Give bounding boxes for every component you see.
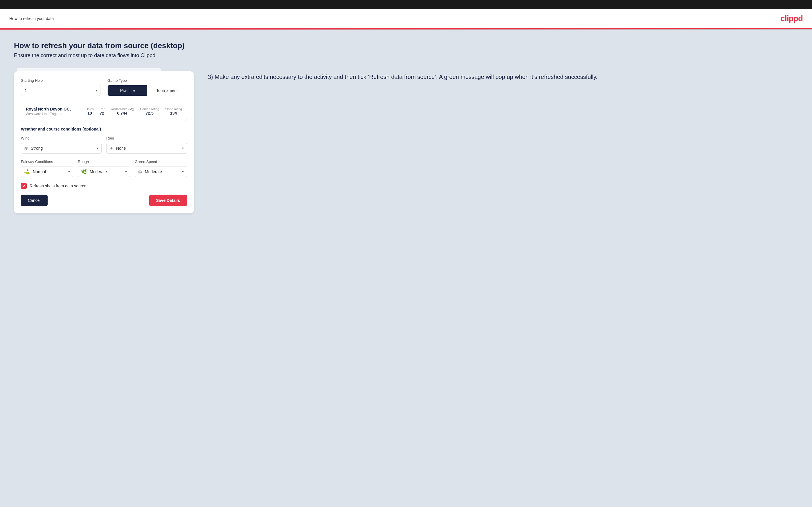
info-panel: 3) Make any extra edits necessary to the… — [208, 68, 798, 86]
rough-group: Rough 🌿 Moderate Light Heavy ▾ — [78, 160, 130, 177]
holes-value: 18 — [86, 111, 94, 115]
par-label: Par — [100, 107, 104, 111]
tournament-button[interactable]: Tournament — [147, 85, 187, 96]
header-title: How to refresh your data — [9, 16, 54, 21]
fairway-icon: ⛳ — [21, 169, 33, 175]
yards-stat: Yards/White (M)) 6,744 — [110, 107, 134, 115]
game-type-toggle: Practice Tournament — [107, 85, 187, 96]
fairway-select[interactable]: Normal Soft Hard — [33, 167, 73, 177]
course-rating-label: Course rating — [140, 107, 159, 111]
green-speed-select-wrapper[interactable]: ◎ Moderate Slow Fast ▾ — [135, 166, 187, 177]
wind-group: Wind ≋ Strong None Light Moderate ▾ — [21, 136, 102, 154]
yards-value: 6,744 — [110, 111, 134, 115]
rough-label: Rough — [78, 160, 130, 164]
course-name-area: Royal North Devon GC, Westward Ho!, Engl… — [26, 107, 71, 116]
rough-select[interactable]: Moderate Light Heavy — [90, 167, 130, 177]
game-type-group: Game Type Practice Tournament — [107, 78, 187, 96]
save-button[interactable]: Save Details — [149, 194, 187, 206]
fairway-group: Fairway Conditions ⛳ Normal Soft Hard ▾ — [21, 160, 73, 177]
conditions-title: Weather and course conditions (optional) — [21, 127, 187, 131]
wind-select-wrapper[interactable]: ≋ Strong None Light Moderate ▾ — [21, 143, 102, 154]
conditions-top-row: Wind ≋ Strong None Light Moderate ▾ — [21, 136, 187, 154]
rain-select-wrapper[interactable]: ✦ None Light Heavy ▾ — [106, 143, 187, 154]
rough-select-wrapper[interactable]: 🌿 Moderate Light Heavy ▾ — [78, 166, 130, 177]
course-info-box: Royal North Devon GC, Westward Ho!, Engl… — [21, 102, 187, 121]
green-speed-icon: ◎ — [135, 169, 145, 175]
starting-hole-select[interactable]: 1 10 — [21, 85, 100, 96]
starting-hole-label: Starting Hole — [21, 78, 100, 83]
refresh-checkbox-row: Refresh shots from data source — [21, 183, 187, 189]
starting-hole-select-wrapper[interactable]: 1 10 ▾ — [21, 85, 100, 96]
game-type-label: Game Type — [107, 78, 187, 83]
slope-rating-label: Slope rating — [165, 107, 182, 111]
conditions-bottom-row: Fairway Conditions ⛳ Normal Soft Hard ▾ — [21, 160, 187, 177]
wind-label: Wind — [21, 136, 102, 140]
course-name: Royal North Devon GC, — [26, 107, 71, 111]
button-row: Cancel Save Details — [21, 194, 187, 206]
form-card: Starting Hole 1 10 ▾ Game Type Practi — [14, 71, 194, 213]
refresh-checkbox[interactable] — [21, 183, 27, 189]
header: How to refresh your data clippd — [0, 9, 812, 29]
rough-icon: 🌿 — [78, 169, 90, 175]
check-icon — [22, 184, 26, 188]
par-stat: Par 72 — [100, 107, 104, 115]
wind-icon: ≋ — [21, 146, 31, 151]
slope-rating-value: 134 — [165, 111, 182, 115]
main-content: How to refresh your data from source (de… — [0, 30, 812, 507]
yards-label: Yards/White (M)) — [110, 107, 134, 111]
green-speed-label: Green Speed — [135, 160, 187, 164]
content-area: Starting Hole 1 10 ▾ Game Type Practi — [14, 68, 798, 213]
holes-label: Holes — [86, 107, 94, 111]
starting-hole-group: Starting Hole 1 10 ▾ — [21, 78, 100, 96]
logo: clippd — [781, 14, 803, 23]
top-form-row: Starting Hole 1 10 ▾ Game Type Practi — [21, 78, 187, 96]
course-rating-stat: Course rating 72.5 — [140, 107, 159, 115]
green-speed-group: Green Speed ◎ Moderate Slow Fast ▾ — [135, 160, 187, 177]
holes-stat: Holes 18 — [86, 107, 94, 115]
rain-group: Rain ✦ None Light Heavy ▾ — [106, 136, 187, 154]
rain-icon: ✦ — [107, 146, 116, 151]
refresh-label: Refresh shots from data source — [30, 184, 86, 188]
course-rating-value: 72.5 — [140, 111, 159, 115]
cancel-button[interactable]: Cancel — [21, 194, 48, 206]
green-speed-select[interactable]: Moderate Slow Fast — [145, 167, 187, 177]
course-location: Westward Ho!, England — [26, 112, 71, 116]
wind-select[interactable]: Strong None Light Moderate — [31, 143, 101, 154]
page-subheading: Ensure the correct and most up to date d… — [14, 53, 798, 59]
fairway-label: Fairway Conditions — [21, 160, 73, 164]
form-container: Starting Hole 1 10 ▾ Game Type Practi — [14, 68, 194, 213]
slope-rating-stat: Slope rating 134 — [165, 107, 182, 115]
top-bar — [0, 0, 812, 9]
rain-label: Rain — [106, 136, 187, 140]
rain-select[interactable]: None Light Heavy — [116, 143, 187, 154]
course-stats: Holes 18 Par 72 Yards/White (M)) 6,744 — [86, 107, 182, 115]
info-text: 3) Make any extra edits necessary to the… — [208, 72, 798, 81]
practice-button[interactable]: Practice — [108, 85, 147, 96]
partial-card-top — [17, 68, 161, 72]
page-heading: How to refresh your data from source (de… — [14, 41, 798, 50]
par-value: 72 — [100, 111, 104, 115]
fairway-select-wrapper[interactable]: ⛳ Normal Soft Hard ▾ — [21, 166, 73, 177]
